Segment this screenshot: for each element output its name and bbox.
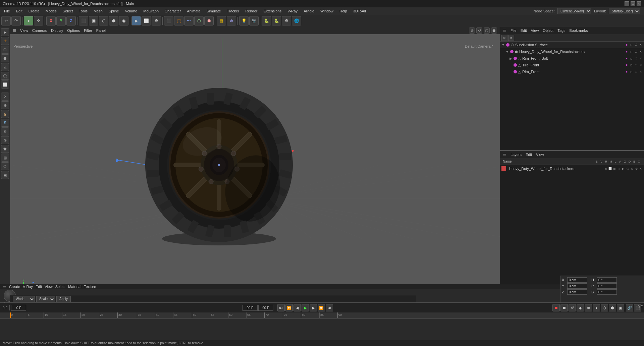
x-axis-button[interactable]: X xyxy=(46,16,56,25)
sidebar-selection-tool[interactable]: ▶ xyxy=(1,28,9,36)
mat-menu-view[interactable]: View xyxy=(45,285,53,289)
viewport-icon-3[interactable]: ⬡ xyxy=(484,27,490,34)
polygon-mode-button[interactable]: ▣ xyxy=(89,16,98,25)
b-rot-input[interactable] xyxy=(597,289,617,295)
layer-icon-4[interactable]: ▶ xyxy=(621,167,625,171)
camera-button[interactable]: 📷 xyxy=(249,16,259,25)
mat-menu-edit[interactable]: Edit xyxy=(36,285,42,289)
viewport-icon-4[interactable]: ⬢ xyxy=(491,27,497,34)
pb-mode-5[interactable]: ▣ xyxy=(617,304,624,311)
om-menu-object[interactable]: Object xyxy=(543,28,553,33)
sidebar-magnet-tool[interactable]: © xyxy=(1,127,9,135)
render-button[interactable]: ▶ xyxy=(131,16,141,25)
object-list[interactable]: ▼ ⬡ Subdivision Surface ■ ◻ ⬡ ✕ ▼ ⬢ Heav… xyxy=(500,42,644,150)
layout-select[interactable]: Startup (User) xyxy=(609,8,640,14)
timeline-ruler[interactable]: 0 5 10 15 20 25 30 35 40 45 50 55 60 65 … xyxy=(0,312,644,319)
spline-button[interactable]: 〜 xyxy=(184,16,194,25)
skip-start-button[interactable]: ⏮ xyxy=(277,304,285,311)
menu-edit[interactable]: Edit xyxy=(13,8,25,14)
skip-end-button[interactable]: ⏭ xyxy=(326,304,333,311)
object-row-heavyduty[interactable]: ▼ ⬢ Heavy_Duty_Wheel_for_Reachstackers ■… xyxy=(500,48,644,55)
layer-icon-5[interactable]: ⬡ xyxy=(626,167,630,171)
render-settings-button[interactable]: ⚙ xyxy=(152,16,161,25)
y-axis-button[interactable]: Y xyxy=(56,16,66,25)
h-rot-input[interactable] xyxy=(597,277,617,283)
menu-create[interactable]: Create xyxy=(26,8,42,14)
material-toolbar-hamburger[interactable]: ☰ xyxy=(3,284,6,289)
om-menu-bookmarks[interactable]: Bookmarks xyxy=(569,28,588,33)
prev-frame-button[interactable]: ⏪ xyxy=(285,304,293,311)
light-button[interactable]: 💡 xyxy=(239,16,249,25)
array-button[interactable]: ▦ xyxy=(217,16,226,25)
menu-mesh[interactable]: Mesh xyxy=(91,8,105,14)
viewport-menu-view[interactable]: View xyxy=(20,28,28,33)
sidebar-paint-tool[interactable]: $ xyxy=(1,119,9,127)
viewport-menu-cameras[interactable]: Cameras xyxy=(32,28,47,33)
sidebar-bevel-tool[interactable]: ⬠ xyxy=(1,162,9,170)
menu-modes[interactable]: Modes xyxy=(43,8,59,14)
node-space-select[interactable]: Current (V-Ray) xyxy=(557,8,591,14)
sidebar-object-tool[interactable]: ⬜ xyxy=(1,80,9,89)
object-row-tire-front[interactable]: ▶ △ Tire_Front ■ ◻ ⬡ ✕ xyxy=(500,62,644,68)
layers-menu-layers[interactable]: Layers xyxy=(511,153,522,157)
sidebar-scale-tool[interactable]: ⬢ xyxy=(1,54,9,62)
viewport-icon-2[interactable]: ↺ xyxy=(476,27,482,34)
sidebar-bridge-tool[interactable]: ⊕ xyxy=(1,101,9,109)
pb-mode-3[interactable]: ⬡ xyxy=(601,304,608,311)
mat-menu-material[interactable]: Material xyxy=(68,285,81,289)
menu-mograph[interactable]: MoGraph xyxy=(141,8,161,14)
sidebar-loop-cut[interactable]: ▦ xyxy=(1,154,9,162)
menu-tracker[interactable]: Tracker xyxy=(224,8,242,14)
undo-button[interactable]: ↩ xyxy=(1,16,11,25)
script-button[interactable]: 🐍 xyxy=(262,16,271,25)
edge-mode-button[interactable]: ⬡ xyxy=(99,16,108,25)
sidebar-sculpt-tool[interactable]: § xyxy=(1,110,9,118)
menu-extensions[interactable]: Extensions xyxy=(261,8,284,14)
layer-icon-3[interactable]: ◻ xyxy=(617,167,621,171)
layers-menu-view[interactable]: View xyxy=(536,153,544,157)
z-axis-button[interactable]: Z xyxy=(66,16,76,25)
move-tool-button[interactable]: ✛ xyxy=(34,16,43,25)
pb-mode-4[interactable]: ⬢ xyxy=(609,304,616,311)
close-button[interactable]: ✕ xyxy=(637,1,641,6)
sphere-button[interactable]: ◯ xyxy=(174,16,183,25)
settings-button[interactable]: ⚙ xyxy=(282,16,291,25)
layer-icon-8[interactable]: ✕ xyxy=(639,167,643,171)
object-row-subdiv[interactable]: ▼ ⬡ Subdivision Surface ■ ◻ ⬡ ✕ xyxy=(500,42,644,48)
menu-render[interactable]: Render xyxy=(243,8,260,14)
pb-mode-2[interactable]: ● xyxy=(593,304,600,311)
next-step-button[interactable]: ▶ xyxy=(310,304,317,311)
end-frame-input-1[interactable] xyxy=(243,305,258,311)
layer-icon-6[interactable]: ⊕ xyxy=(630,167,634,171)
python-button[interactable]: 🐍 xyxy=(272,16,281,25)
prev-step-button[interactable]: ◀ xyxy=(293,304,301,311)
next-frame-button[interactable]: ⏩ xyxy=(318,304,325,311)
cube-button[interactable]: ⬛ xyxy=(164,16,173,25)
mat-menu-select[interactable]: Select xyxy=(55,285,66,289)
menu-file[interactable]: File xyxy=(1,8,13,14)
menu-3dtoall[interactable]: 3DToAll xyxy=(351,8,369,14)
current-frame-input[interactable] xyxy=(11,305,26,311)
layer-icon-eye[interactable]: ◉ xyxy=(604,167,608,171)
mat-menu-texture[interactable]: Texture xyxy=(84,285,96,289)
viewport[interactable]: ☰ View Cameras Display Options Filter Pa… xyxy=(10,27,500,302)
om-toolbar-btn-1[interactable]: ⊕ xyxy=(501,35,507,41)
om-toolbar-btn-2[interactable]: ↺ xyxy=(508,35,514,41)
viewport-menu-options[interactable]: Options xyxy=(67,28,80,33)
menu-volume[interactable]: Volume xyxy=(122,8,140,14)
mat-menu-vray[interactable]: V-Ray xyxy=(23,285,33,289)
menu-select[interactable]: Select xyxy=(60,8,76,14)
web-button[interactable]: 🌐 xyxy=(292,16,301,25)
uv-mode-button[interactable]: ◉ xyxy=(119,16,128,25)
apply-button[interactable]: Apply xyxy=(56,296,71,302)
om-menu-tags[interactable]: Tags xyxy=(557,28,565,33)
sidebar-polygon-pen[interactable]: ⬟ xyxy=(1,145,9,153)
object-row-rim-front[interactable]: ▶ △ Rim_Front ■ ◻ ⬡ ✕ xyxy=(500,68,644,75)
menu-animate[interactable]: Animate xyxy=(184,8,203,14)
viewport-icon-1[interactable]: ⊕ xyxy=(469,27,475,34)
y-pos-input[interactable] xyxy=(567,283,587,289)
x-pos-input[interactable] xyxy=(567,277,587,283)
minimize-button[interactable]: ─ xyxy=(625,1,629,6)
keyframe-button[interactable]: ◆ xyxy=(577,304,584,311)
pb-link-button[interactable]: 🔗 xyxy=(626,304,633,311)
